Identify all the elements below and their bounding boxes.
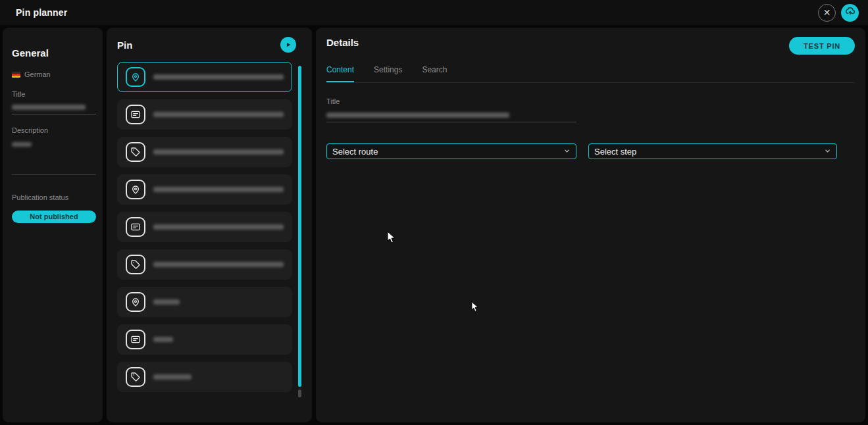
general-title-input[interactable] [12,114,96,114]
pin-list-item[interactable] [117,362,292,392]
pin-list-item[interactable] [117,174,292,205]
pin-list-scrollbar [298,66,301,397]
pin-list [117,62,292,392]
pin-item-redacted-text [153,149,284,155]
play-button[interactable] [280,37,296,53]
route-select[interactable]: Select route [326,143,576,159]
pin-list-item[interactable] [117,62,292,92]
topbar-actions: ✕ [818,4,859,22]
close-button[interactable]: ✕ [818,4,836,22]
pin-list-item[interactable] [117,99,292,130]
pin-item-redacted-text [153,74,284,80]
tab-content[interactable]: Content [326,65,354,82]
general-description-label: Description [12,126,93,134]
close-icon: ✕ [823,7,831,18]
pin-list-item[interactable] [117,324,292,355]
details-tabs: Content Settings Search [326,65,855,83]
general-heading: General [12,47,93,59]
tag-icon [126,367,145,387]
status-badge: Not published [12,211,96,223]
test-pin-button[interactable]: TEST PIN [789,37,855,55]
tag-icon [126,142,145,162]
main-layout: General German Title Description Publica… [3,28,865,422]
pin-list-item[interactable] [117,212,292,242]
details-title-input[interactable] [326,122,576,122]
cloud-upload-button[interactable] [841,4,859,22]
language-row: German [12,70,93,78]
app-title: Pin planner [16,7,67,18]
pin-heading: Pin [117,39,132,51]
location-pin-icon [126,292,145,312]
top-bar: Pin planner ✕ [0,0,868,25]
chevron-down-icon [824,147,831,157]
card-icon [126,330,145,349]
publication-status-label: Publication status [12,193,93,201]
step-select[interactable]: Select step [588,143,837,159]
location-pin-icon [126,67,145,87]
tag-icon [126,255,145,274]
details-title-redacted-text [326,113,509,118]
general-title-redacted-text [12,105,86,110]
pin-item-redacted-text [153,112,284,117]
pin-panel: Pin [107,28,312,422]
details-panel: Details TEST PIN Content Settings Search… [316,28,865,422]
pin-item-redacted-text [153,187,284,192]
chevron-down-icon [563,147,571,157]
card-icon [126,105,145,124]
cloud-upload-icon [845,6,855,19]
pin-item-redacted-text [153,299,180,305]
play-icon [285,39,292,51]
pin-item-redacted-text [153,224,284,230]
selects-row: Select route Select step [326,143,855,159]
details-title-label: Title [326,97,855,105]
pin-panel-header: Pin [117,37,312,53]
general-panel: General German Title Description Publica… [3,28,103,422]
location-pin-icon [126,180,145,199]
scrollbar-track-rest [298,389,301,397]
route-select-value: Select route [332,147,378,157]
tab-search[interactable]: Search [422,65,447,82]
pin-item-redacted-text [153,337,173,342]
pin-list-item[interactable] [117,137,292,167]
details-heading: Details [326,37,359,48]
pin-item-redacted-text [153,374,191,380]
general-divider [12,174,96,175]
step-select-value: Select step [594,147,636,157]
language-label: German [24,70,51,78]
pin-item-redacted-text [153,262,284,267]
details-header: Details TEST PIN [326,37,855,55]
general-description-redacted-text [12,142,32,147]
general-title-label: Title [12,90,93,98]
card-icon [126,217,145,237]
tab-settings[interactable]: Settings [374,65,402,82]
pin-list-item[interactable] [117,287,292,317]
scrollbar-thumb[interactable] [298,66,301,387]
pin-list-item[interactable] [117,249,292,280]
german-flag-icon [12,72,20,78]
